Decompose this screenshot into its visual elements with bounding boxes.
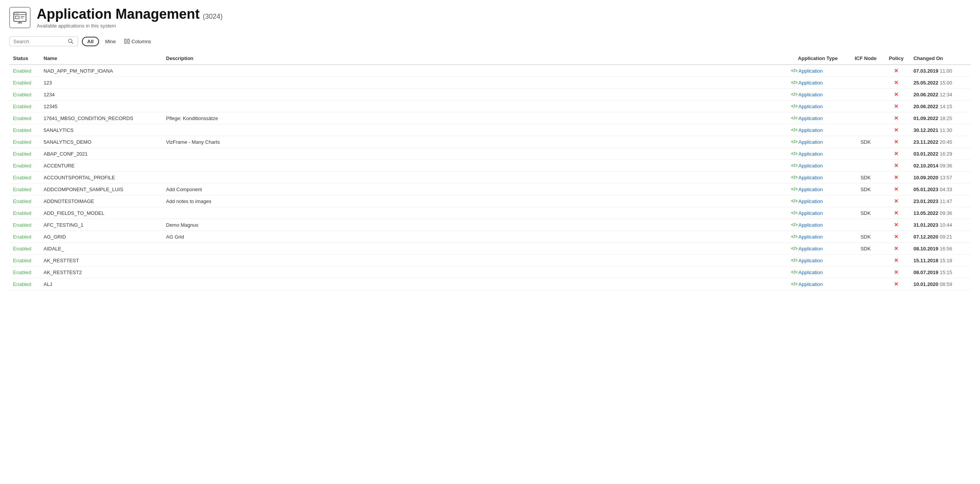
changed-time: 16:29: [940, 151, 952, 157]
cell-description: Demo Magnus: [162, 219, 787, 231]
code-brackets-icon: </>: [791, 175, 798, 180]
app-type-text: Application: [798, 80, 823, 86]
changed-date: 10.01.2020: [913, 281, 938, 287]
cell-changed-on: 07.12.2020 09:21: [910, 231, 971, 243]
app-type-label: </> Application: [791, 246, 845, 252]
table-row[interactable]: Enabled NAD_APP_PM_NOTIF_IOANA </> Appli…: [9, 65, 971, 77]
title-text: Application Management: [37, 6, 200, 22]
app-type-text: Application: [798, 68, 823, 74]
cell-description: [162, 255, 787, 266]
code-brackets-icon: </>: [791, 92, 798, 97]
app-type-label: </> Application: [791, 198, 845, 204]
table-row[interactable]: Enabled 123 </> Application ✕ 25.05.2022…: [9, 77, 971, 89]
policy-x-icon: ✕: [894, 80, 899, 86]
table-row[interactable]: Enabled 5ANALYTICS </> Application ✕ 30.…: [9, 124, 971, 136]
policy-x-icon: ✕: [894, 91, 899, 97]
svg-rect-0: [14, 12, 26, 21]
cell-app-type: </> Application: [787, 266, 848, 278]
table-row[interactable]: Enabled 1234 </> Application ✕ 20.06.202…: [9, 89, 971, 101]
app-type-label: </> Application: [791, 258, 845, 263]
search-input[interactable]: [13, 39, 65, 44]
svg-rect-2: [15, 16, 19, 19]
cell-policy: ✕: [883, 266, 910, 278]
changed-time: 09:36: [940, 210, 952, 216]
col-header-name: Name: [40, 52, 162, 65]
app-type-text: Application: [798, 115, 823, 121]
cell-status: Enabled: [9, 148, 40, 160]
table-row[interactable]: Enabled AFC_TESTING_1 Demo Magnus </> Ap…: [9, 219, 971, 231]
header-text-block: Application Management (3024) Available …: [37, 6, 223, 29]
cell-policy: ✕: [883, 172, 910, 184]
mine-button[interactable]: Mine: [103, 37, 118, 45]
columns-button[interactable]: Columns: [122, 37, 153, 45]
cell-changed-on: 07.03.2019 11:00: [910, 65, 971, 77]
changed-time: 09:36: [940, 163, 952, 169]
status-enabled-label: Enabled: [13, 246, 31, 252]
code-brackets-icon: </>: [791, 222, 798, 227]
table-row[interactable]: Enabled AIDALE_ </> Application SDK ✕ 08…: [9, 243, 971, 255]
cell-status: Enabled: [9, 124, 40, 136]
cell-name: 12345: [40, 101, 162, 112]
changed-date: 03.01.2022: [913, 151, 938, 157]
cell-name: ALJ: [40, 278, 162, 290]
status-enabled-label: Enabled: [13, 151, 31, 157]
cell-icf-node: [848, 195, 883, 207]
changed-date: 25.05.2022: [913, 80, 938, 86]
app-type-label: </> Application: [791, 234, 845, 240]
changed-time: 08:59: [940, 281, 952, 287]
col-header-policy: Policy: [883, 52, 910, 65]
table-row[interactable]: Enabled AG_GRID AG Grid </> Application …: [9, 231, 971, 243]
applications-table: Status Name Description Application Type…: [9, 52, 971, 290]
changed-date: 08.07.2019: [913, 270, 938, 275]
cell-policy: ✕: [883, 112, 910, 124]
app-type-label: </> Application: [791, 281, 845, 287]
cell-status: Enabled: [9, 89, 40, 101]
policy-x-icon: ✕: [894, 269, 899, 275]
policy-x-icon: ✕: [894, 127, 899, 133]
table-row[interactable]: Enabled 12345 </> Application ✕ 20.06.20…: [9, 101, 971, 112]
policy-x-icon: ✕: [894, 174, 899, 180]
table-row[interactable]: Enabled ACCOUNTSPORTAL_PROFILE </> Appli…: [9, 172, 971, 184]
app-type-text: Application: [798, 139, 823, 145]
table-row[interactable]: Enabled ALJ </> Application ✕ 10.01.2020…: [9, 278, 971, 290]
code-brackets-icon: </>: [791, 68, 798, 73]
code-brackets-icon: </>: [791, 281, 798, 287]
code-brackets-icon: </>: [791, 104, 798, 109]
cell-status: Enabled: [9, 184, 40, 195]
changed-time: 18:25: [940, 115, 952, 121]
toolbar: All Mine Columns: [9, 36, 971, 46]
table-row[interactable]: Enabled AK_RESTTEST </> Application ✕ 15…: [9, 255, 971, 266]
code-brackets-icon: </>: [791, 139, 798, 145]
policy-x-icon: ✕: [894, 115, 899, 121]
table-row[interactable]: Enabled ACCENTURE </> Application ✕ 02.1…: [9, 160, 971, 172]
table-row[interactable]: Enabled 5ANALYTICS_DEMO VizFrame - Many …: [9, 136, 971, 148]
cell-icf-node: SDK: [848, 184, 883, 195]
changed-time: 15:00: [940, 80, 952, 86]
table-row[interactable]: Enabled 17641_MBSO_CONDITION_RECORDS Pfl…: [9, 112, 971, 124]
cell-app-type: </> Application: [787, 278, 848, 290]
status-enabled-label: Enabled: [13, 198, 31, 204]
page-title: Application Management (3024): [37, 6, 223, 22]
columns-label: Columns: [132, 39, 151, 44]
cell-icf-node: [848, 65, 883, 77]
col-header-status: Status: [9, 52, 40, 65]
status-enabled-label: Enabled: [13, 187, 31, 192]
table-row[interactable]: Enabled ADDCOMPONENT_SAMPLE_LUIS Add Com…: [9, 184, 971, 195]
table-row[interactable]: Enabled AK_RESTTEST2 </> Application ✕ 0…: [9, 266, 971, 278]
code-brackets-icon: </>: [791, 127, 798, 133]
app-type-text: Application: [798, 92, 823, 97]
table-row[interactable]: Enabled ADDNOTESTOIMAGE Add notes to ima…: [9, 195, 971, 207]
cell-policy: ✕: [883, 195, 910, 207]
app-type-label: </> Application: [791, 222, 845, 228]
changed-date: 02.10.2014: [913, 163, 938, 169]
app-type-text: Application: [798, 258, 823, 263]
all-button[interactable]: All: [82, 37, 99, 46]
cell-app-type: </> Application: [787, 160, 848, 172]
table-row[interactable]: Enabled ADD_FIELDS_TO_MODEL </> Applicat…: [9, 207, 971, 219]
app-type-label: </> Application: [791, 210, 845, 216]
app-type-label: </> Application: [791, 151, 845, 157]
cell-name: ADDCOMPONENT_SAMPLE_LUIS: [40, 184, 162, 195]
cell-policy: ✕: [883, 77, 910, 89]
table-row[interactable]: Enabled ABAP_CONF_2021 </> Application ✕…: [9, 148, 971, 160]
status-enabled-label: Enabled: [13, 139, 31, 145]
